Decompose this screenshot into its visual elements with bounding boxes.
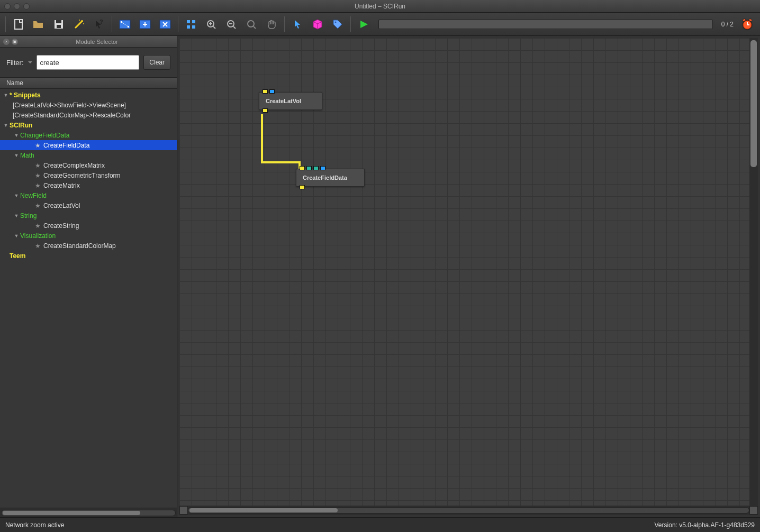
tree-label: ChangeFieldData [20, 132, 69, 139]
tree-createfielddata[interactable]: ★CreateFieldData [0, 140, 177, 150]
star-icon: ★ [34, 162, 41, 169]
module-createfielddata[interactable]: CreateFieldData [296, 169, 365, 187]
module-createlatvol[interactable]: CreateLatVol [259, 92, 322, 110]
tree-createstandardcolormap[interactable]: ★CreateStandardColorMap [0, 241, 177, 251]
zoom-in-button[interactable] [202, 15, 221, 33]
input-port[interactable] [313, 166, 319, 170]
clear-filter-button[interactable]: Clear [143, 55, 170, 70]
tree-label: Math [20, 152, 34, 159]
tree-createlatvol[interactable]: ★CreateLatVol [0, 200, 177, 210]
module-tree: ▼* Snippets [CreateLatVol->ShowField->Vi… [0, 89, 177, 508]
star-icon: ★ [34, 142, 41, 149]
scrollbar-thumb[interactable] [3, 511, 140, 515]
package-button[interactable] [308, 15, 327, 33]
tree-teem[interactable]: Teem [0, 251, 177, 261]
help-pointer-button[interactable]: ? [89, 15, 108, 33]
close-window-icon[interactable] [4, 3, 11, 10]
execution-progress [378, 20, 713, 29]
tree-createcomplexmatrix[interactable]: ★CreateComplexMatrix [0, 160, 177, 170]
scroll-corner [179, 506, 188, 515]
tree-scirun[interactable]: ▼SCIRun [0, 120, 177, 130]
filter-input[interactable] [37, 55, 140, 70]
svg-rect-20 [187, 25, 190, 29]
svg-line-4 [75, 22, 82, 28]
svg-line-28 [233, 26, 236, 29]
scrollbar-thumb[interactable] [189, 508, 338, 512]
output-port[interactable] [300, 185, 305, 189]
panel-close-icon[interactable]: × [3, 39, 10, 45]
chevron-down-icon: ▼ [13, 232, 20, 240]
canvas-hscrollbar[interactable] [179, 506, 758, 515]
alarm-icon[interactable] [738, 15, 757, 33]
scrollbar-thumb[interactable] [750, 40, 757, 167]
chevron-down-icon: ▼ [2, 122, 10, 129]
module-selector-panel: × ▣ Module Selector Filter: Clear Name ▼… [0, 36, 177, 517]
tree-snippet-item[interactable]: [CreateStandardColorMap->RescaleColor [0, 110, 177, 120]
window-controls[interactable] [4, 3, 30, 10]
tree-label: Teem [10, 252, 25, 260]
star-icon: ★ [34, 242, 41, 250]
new-file-button[interactable] [9, 15, 28, 33]
tree-changefielddata[interactable]: ▼ChangeFieldData [0, 130, 177, 140]
open-folder-button[interactable] [29, 15, 48, 33]
filter-dropdown-icon[interactable] [28, 60, 32, 65]
minimize-window-icon[interactable] [14, 3, 20, 10]
tree-string[interactable]: ▼String [0, 210, 177, 221]
tree-snippets[interactable]: ▼* Snippets [0, 90, 177, 100]
star-icon: ★ [34, 172, 41, 179]
tree-newfield[interactable]: ▼NewField [0, 190, 177, 200]
canvas[interactable]: CreateLatVol CreateFieldData [179, 38, 758, 506]
tree-label: [CreateStandardColorMap->RescaleColor [13, 112, 131, 119]
svg-point-31 [335, 21, 337, 23]
zoom-out-button[interactable] [222, 15, 241, 33]
svg-line-30 [254, 26, 256, 29]
save-button[interactable] [49, 15, 68, 33]
svg-line-36 [749, 20, 752, 21]
input-port[interactable] [306, 166, 312, 170]
grid-snap-button[interactable] [182, 15, 201, 33]
svg-rect-21 [192, 25, 195, 29]
pointer-tool-button[interactable] [288, 15, 307, 33]
zoom-reset-button[interactable] [242, 15, 261, 33]
svg-point-7 [79, 20, 80, 21]
zoom-window-icon[interactable] [23, 3, 30, 10]
wizard-button[interactable] [69, 15, 88, 33]
select-all-button[interactable] [115, 15, 134, 33]
input-port[interactable] [300, 166, 305, 170]
tree-creatematrix[interactable]: ★CreateMatrix [0, 180, 177, 190]
tree-label: CreateGeometricTransform [43, 172, 121, 179]
output-port[interactable] [263, 108, 268, 113]
run-button[interactable] [354, 15, 373, 33]
tree-math[interactable]: ▼Math [0, 150, 177, 160]
tag-button[interactable] [328, 15, 347, 33]
chevron-down-icon: ▼ [2, 91, 10, 99]
pan-hand-button[interactable] [262, 15, 281, 33]
panel-popout-icon[interactable]: ▣ [12, 39, 18, 45]
tree-column-header[interactable]: Name [0, 77, 177, 89]
tree-label: CreateComplexMatrix [43, 162, 105, 169]
status-bar: Network zoom active Version: v5.0-alpha.… [0, 517, 760, 532]
tree-creategeometrictransform[interactable]: ★CreateGeometricTransform [0, 170, 177, 180]
input-port[interactable] [263, 89, 268, 94]
window-title: Untitled – SCIRun [355, 3, 405, 10]
canvas-vscrollbar[interactable] [749, 38, 758, 506]
tree-visualization[interactable]: ▼Visualization [0, 231, 177, 241]
module-title: CreateLatVol [259, 93, 322, 109]
input-port[interactable] [320, 166, 325, 170]
tree-snippet-item[interactable]: [CreateLatVol->ShowField->ViewScene] [0, 100, 177, 110]
svg-text:?: ? [99, 19, 103, 25]
chevron-down-icon: ▼ [13, 152, 20, 159]
add-box-button[interactable] [135, 15, 155, 33]
status-version: Version: v5.0-alpha.AF-1-g483d529 [655, 521, 755, 529]
svg-line-25 [213, 26, 215, 29]
tree-label: Visualization [20, 232, 56, 240]
tree-label: String [20, 212, 37, 219]
svg-point-29 [248, 21, 254, 27]
sidebar-hscrollbar[interactable] [0, 508, 177, 517]
tree-createstring[interactable]: ★CreateString [0, 221, 177, 231]
input-port[interactable] [269, 89, 275, 94]
delete-box-button[interactable] [156, 15, 175, 33]
tree-label: CreateFieldData [43, 142, 89, 149]
svg-rect-19 [192, 20, 195, 23]
progress-count: 0 / 2 [718, 21, 737, 28]
